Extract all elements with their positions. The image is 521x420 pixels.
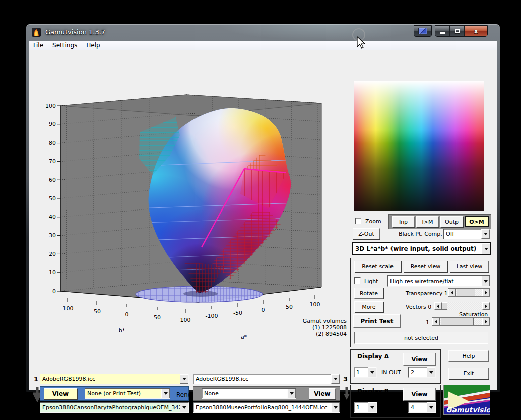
logo-text: Gamutvision <box>446 406 490 414</box>
display-a-out-select[interactable]: 2 <box>408 367 436 378</box>
display-switch-button[interactable] <box>414 25 432 37</box>
rendering-select[interactable]: None <box>202 388 296 399</box>
color-field-preview[interactable] <box>354 81 484 211</box>
zoom-checkbox-label: Zoom <box>365 218 381 225</box>
monitor-icon <box>418 28 427 34</box>
desktop-background: Gamutvision 1.3.7 x File Settings Help <box>0 0 521 420</box>
reset-view-button[interactable]: Reset view <box>404 261 447 272</box>
titlebar-glass-glow <box>218 24 429 41</box>
svg-text:20: 20 <box>49 251 56 257</box>
last-view-button[interactable]: Last view <box>450 261 489 272</box>
slider-right-arrow[interactable] <box>482 289 490 296</box>
slider-right-arrow[interactable] <box>482 302 490 310</box>
svg-text:30: 30 <box>49 232 56 239</box>
svg-text:50: 50 <box>154 314 161 321</box>
simulation-select[interactable]: None (or Print Test) <box>85 388 170 399</box>
outp-button[interactable]: Outp <box>440 216 463 227</box>
print-test-button[interactable]: Print Test <box>353 314 401 328</box>
gamut-3d-plot[interactable]: 100 90 80 70 60 50 40 30 20 10 0 -100 -5… <box>33 52 355 362</box>
menu-help[interactable]: Help <box>82 42 104 49</box>
svg-text:b*: b* <box>119 327 125 334</box>
chevron-down-icon[interactable] <box>481 229 490 239</box>
svg-text:100: 100 <box>45 103 56 109</box>
svg-text:-100: -100 <box>61 305 74 312</box>
chevron-down-icon[interactable] <box>180 374 188 384</box>
reset-scale-button[interactable]: Reset scale <box>354 261 401 272</box>
profile-2-select[interactable]: Epson3880CansonBarytaPhotographiqueOEM_3… <box>40 402 189 413</box>
display-a-in-select[interactable]: 1 <box>354 367 377 378</box>
light-checkbox[interactable] <box>354 277 361 284</box>
profile-4-select[interactable]: Epson3880MuseoPortfolioRag800_1444OEM.ic… <box>193 402 340 413</box>
o-to-m-button[interactable]: O>M <box>465 216 489 227</box>
app-icon[interactable] <box>32 28 41 37</box>
vectors-slider[interactable] <box>434 302 490 310</box>
help-button[interactable]: Help <box>448 350 489 362</box>
saturation-slider[interactable] <box>432 317 490 326</box>
chevron-down-icon[interactable] <box>331 374 340 384</box>
view-left-button[interactable]: View <box>44 388 77 399</box>
svg-text:-50: -50 <box>92 308 101 315</box>
svg-text:0: 0 <box>125 311 129 318</box>
chevron-down-icon[interactable] <box>427 367 435 377</box>
z-axis-labels: 100 90 80 70 60 50 40 30 20 10 0 <box>45 103 56 295</box>
display-b-in-select[interactable]: 1 <box>354 402 377 413</box>
title-bar[interactable]: Gamutvision 1.3.7 x <box>26 24 500 41</box>
transparency-slider[interactable] <box>448 288 490 297</box>
light-checkbox-label: Light <box>364 278 378 285</box>
slider-left-arrow[interactable] <box>448 289 456 296</box>
view-mode-select[interactable]: 3D L*a*b* (wire input, solid output) <box>352 242 491 255</box>
display-a-view-button[interactable]: View <box>403 353 436 366</box>
i-to-m-button[interactable]: I>M <box>416 216 439 227</box>
display-b-out-select[interactable]: 4 <box>408 402 436 413</box>
main-content: 100 90 80 70 60 50 40 30 20 10 0 -100 -5… <box>29 50 497 390</box>
exit-button[interactable]: Exit <box>448 368 489 379</box>
gamutvision-logo: Gamutvision <box>443 385 490 415</box>
chevron-down-icon[interactable] <box>161 389 170 398</box>
svg-text:-50: -50 <box>233 310 242 316</box>
chevron-down-icon[interactable] <box>287 389 296 398</box>
inp-button[interactable]: Inp <box>392 216 415 227</box>
more-button[interactable]: More <box>354 301 383 312</box>
black-pt-comp-label: Black Pt. Comp. <box>399 231 442 237</box>
slider-left-arrow[interactable] <box>434 302 442 310</box>
slot-1-number: 1 <box>34 375 38 383</box>
flame-icon <box>34 29 39 36</box>
svg-text:(1) 1225088: (1) 1225088 <box>312 324 347 331</box>
display-a-title: Display A <box>357 353 389 360</box>
slot-3-number: 3 <box>343 375 348 383</box>
minimize-button[interactable] <box>435 26 450 36</box>
menu-settings[interactable]: Settings <box>48 42 82 49</box>
svg-text:80: 80 <box>49 139 56 146</box>
svg-text:-100: -100 <box>206 313 218 319</box>
svg-text:0: 0 <box>52 288 56 295</box>
zoom-checkbox[interactable] <box>355 218 362 224</box>
display-b-view-button[interactable]: View <box>403 388 436 401</box>
slider-left-arrow[interactable] <box>432 318 440 325</box>
chevron-down-icon[interactable] <box>427 402 435 412</box>
view-right-button[interactable]: View <box>309 388 336 399</box>
chevron-down-icon[interactable] <box>180 403 188 412</box>
chevron-down-icon[interactable] <box>331 403 340 412</box>
saturation-value: 1 <box>426 319 429 326</box>
svg-text:90: 90 <box>49 121 56 127</box>
svg-text:Gamut volumes: Gamut volumes <box>303 318 347 324</box>
svg-text:(2) 894504: (2) 894504 <box>316 331 347 337</box>
chevron-down-icon[interactable] <box>482 243 490 254</box>
menu-file[interactable]: File <box>29 42 48 49</box>
black-pt-comp-select[interactable]: Off <box>443 229 490 239</box>
chevron-down-icon[interactable] <box>368 402 376 412</box>
window-title: Gamutvision 1.3.7 <box>45 28 105 36</box>
profile-3-select[interactable]: AdobeRGB1998.icc <box>193 374 340 384</box>
slider-right-arrow[interactable] <box>482 318 490 325</box>
profile-1-select[interactable]: AdobeRGB1998.icc <box>40 374 189 384</box>
wireframe-mode-select[interactable]: High res wireframe/flat <box>387 275 490 287</box>
close-button[interactable]: x <box>465 26 487 36</box>
svg-text:60: 60 <box>49 177 56 183</box>
rotate-button[interactable]: Rotate <box>354 288 383 299</box>
svg-text:0: 0 <box>262 307 265 313</box>
chevron-down-icon[interactable] <box>481 276 490 286</box>
svg-text:a*: a* <box>241 334 247 340</box>
z-out-button[interactable]: Z-Out <box>353 228 380 239</box>
chevron-down-icon[interactable] <box>368 367 376 377</box>
maximize-button[interactable] <box>450 26 465 36</box>
